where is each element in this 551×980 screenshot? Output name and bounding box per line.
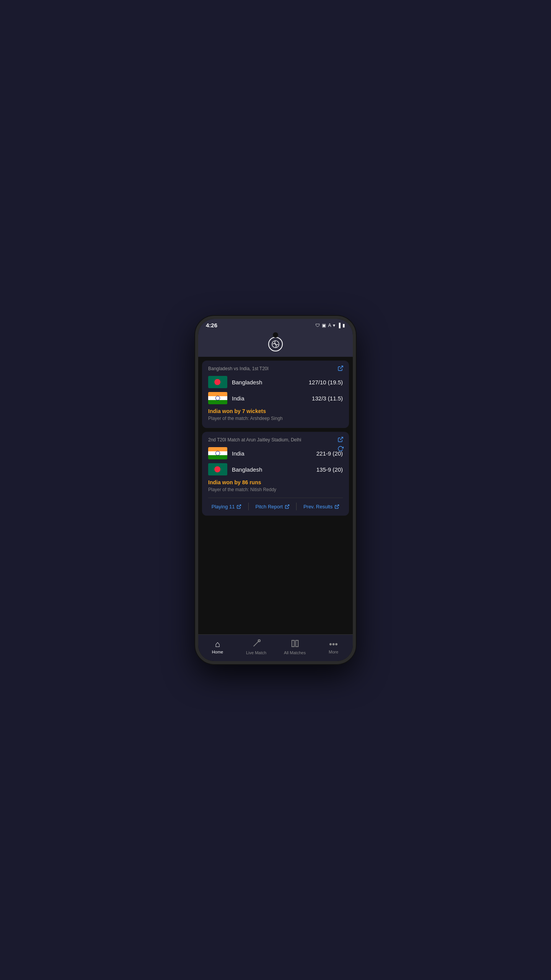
nav-live-match[interactable]: Live Match xyxy=(237,638,276,657)
all-matches-label: All Matches xyxy=(284,650,306,655)
svg-line-2 xyxy=(340,437,343,440)
home-icon: ⌂ xyxy=(215,640,220,648)
bottom-navigation: ⌂ Home Live Match xyxy=(198,634,353,661)
app-header xyxy=(198,331,353,357)
cricket-ball-logo xyxy=(271,340,280,348)
nav-more[interactable]: ••• More xyxy=(314,639,353,656)
match-2-result: India won by 86 runs xyxy=(208,479,343,485)
match-2-team-2-row: Bangladesh 135-9 (20) xyxy=(208,463,343,475)
svg-rect-8 xyxy=(292,640,294,647)
signal-icon: ▐ xyxy=(337,323,341,328)
match-1-team-2-name: India xyxy=(232,395,312,402)
match-2-actions: Playing 11 Pitch Report xyxy=(208,503,343,510)
action-divider-1 xyxy=(248,503,249,510)
match-2-team-1-row: India 221-9 (20) xyxy=(208,447,343,459)
status-time: 4:26 xyxy=(206,322,217,328)
camera-notch xyxy=(273,332,278,338)
more-icon: ••• xyxy=(329,640,338,648)
prev-results-label: Prev. Results xyxy=(303,504,333,510)
nav-all-matches[interactable]: All Matches xyxy=(276,638,314,657)
match-1-team-1-score: 127/10 (19.5) xyxy=(309,379,343,385)
match-1-external-link[interactable] xyxy=(337,365,344,373)
cricket-icon xyxy=(252,639,261,649)
wifi-icon: ▾ xyxy=(333,323,335,328)
grid-icon xyxy=(291,639,299,649)
match-2-team-2-name: Bangladesh xyxy=(232,466,316,473)
svg-point-7 xyxy=(258,640,260,642)
home-label: Home xyxy=(212,650,223,654)
match-1-title: Bangladesh vs India, 1st T20I xyxy=(208,366,343,371)
app-logo xyxy=(268,337,283,351)
india-flag-1 xyxy=(208,392,227,404)
status-icons: 🛡 ▣ A ▾ ▐ ▮ xyxy=(315,323,345,328)
bangladesh-flag-2 xyxy=(208,463,227,475)
match-2-title: 2nd T20I Match at Arun Jaitley Stadium, … xyxy=(208,437,343,443)
svg-line-5 xyxy=(337,505,339,507)
match-card-2: 2nd T20I Match at Arun Jaitley Stadium, … xyxy=(202,432,349,516)
svg-rect-9 xyxy=(295,640,298,647)
match-1-team-1-name: Bangladesh xyxy=(232,379,309,385)
match-2-refresh[interactable] xyxy=(337,446,344,453)
match-1-team-2-row: India 132/3 (11.5) xyxy=(208,392,343,404)
shield-icon: 🛡 xyxy=(315,323,320,328)
match-1-result: India won by 7 wickets xyxy=(208,408,343,414)
match-1-team-2-score: 132/3 (11.5) xyxy=(312,395,343,402)
match-2-potm: Player of the match: Nitish Reddy xyxy=(208,487,343,492)
pitch-report-label: Pitch Report xyxy=(255,504,283,510)
match-2-team-2-score: 135-9 (20) xyxy=(316,466,343,473)
svg-line-1 xyxy=(340,366,343,369)
action-divider-2 xyxy=(296,503,297,510)
phone-frame: 4:26 🛡 ▣ A ▾ ▐ ▮ xyxy=(195,316,356,664)
match-2-team-1-name: India xyxy=(232,450,316,457)
match-2-external-link[interactable] xyxy=(337,436,344,444)
match-card-1: Bangladesh vs India, 1st T20I Bangladesh… xyxy=(202,361,349,428)
pitch-report-button[interactable]: Pitch Report xyxy=(255,504,290,510)
bangladesh-flag-1 xyxy=(208,376,227,388)
india-flag-2 xyxy=(208,447,227,459)
live-match-label: Live Match xyxy=(246,650,266,655)
battery-icon: ▮ xyxy=(342,323,345,328)
keyboard-icon: A xyxy=(328,323,331,328)
prev-results-button[interactable]: Prev. Results xyxy=(303,504,339,510)
match-1-potm: Player of the match: Arshdeep Singh xyxy=(208,416,343,421)
more-label: More xyxy=(329,650,338,654)
content-spacer xyxy=(198,516,353,630)
card-divider xyxy=(208,498,343,498)
match-1-team-1-row: Bangladesh 127/10 (19.5) xyxy=(208,376,343,388)
nav-home[interactable]: ⌂ Home xyxy=(198,639,237,656)
status-bar: 4:26 🛡 ▣ A ▾ ▐ ▮ xyxy=(198,319,353,331)
main-content[interactable]: Bangladesh vs India, 1st T20I Bangladesh… xyxy=(198,357,353,634)
svg-line-4 xyxy=(287,505,289,507)
playing-11-button[interactable]: Playing 11 xyxy=(212,504,242,510)
phone-content: 4:26 🛡 ▣ A ▾ ▐ ▮ xyxy=(198,319,353,661)
playing-11-label: Playing 11 xyxy=(212,504,235,510)
sim-icon: ▣ xyxy=(322,323,326,328)
svg-line-3 xyxy=(239,505,241,507)
